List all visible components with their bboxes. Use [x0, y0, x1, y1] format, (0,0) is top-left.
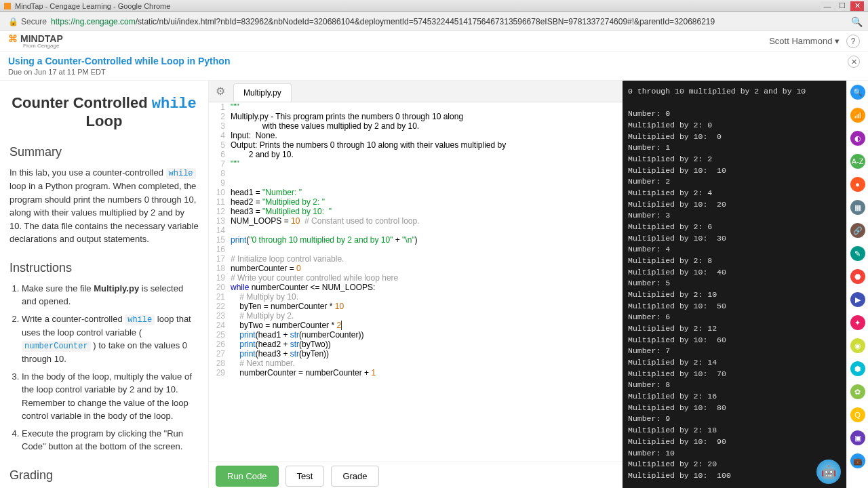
line-number: 23: [209, 311, 231, 321]
code-line[interactable]: 20while numberCounter <= NUM_LOOPS:: [209, 283, 623, 292]
line-number: 5: [209, 140, 231, 150]
line-number: 22: [209, 302, 231, 311]
line-number: 27: [209, 349, 231, 359]
line-number: 15: [209, 235, 231, 245]
line-number: 16: [209, 245, 231, 254]
url-bar: 🔒 Secure https://ng.cengage.com/static/n…: [0, 12, 868, 31]
code-line[interactable]: 26 print(head2 + str(byTwo)): [209, 340, 623, 349]
code-line[interactable]: 28 # Next number.: [209, 359, 623, 368]
code-line[interactable]: 9: [209, 178, 623, 188]
line-number: 8: [209, 169, 231, 178]
code-line[interactable]: 5Output: Prints the numbers 0 through 10…: [209, 140, 623, 150]
code-line[interactable]: 12head3 = "Multiplied by 10: ": [209, 207, 623, 216]
lesson-title: Using a Counter-Controlled while Loop in…: [8, 56, 860, 66]
lesson-header: Using a Counter-Controlled while Loop in…: [0, 52, 868, 81]
user-menu[interactable]: Scott Hammond ▾: [769, 36, 840, 46]
line-number: 3: [209, 121, 231, 131]
instructions-panel: Counter Controlled while Loop Summary In…: [0, 81, 209, 488]
due-date: Due on Jun 17 at 11 PM EDT: [8, 68, 860, 76]
code-line[interactable]: 19# Write your counter controlled while …: [209, 273, 623, 283]
test-button[interactable]: Test: [285, 466, 325, 487]
brand-subtitle: From Cengage: [23, 43, 63, 49]
code-line[interactable]: 29 numberCounter = numberCounter + 1: [209, 368, 623, 378]
url-text[interactable]: https://ng.cengage.com/static/nb/ui/inde…: [51, 17, 851, 26]
line-number: 6: [209, 150, 231, 159]
code-line[interactable]: 16: [209, 245, 623, 254]
code-line[interactable]: 18numberCounter = 0: [209, 264, 623, 273]
help-button[interactable]: ?: [846, 35, 860, 48]
line-number: 11: [209, 197, 231, 207]
file-tab[interactable]: Multiply.py: [233, 83, 292, 102]
window-minimize-button[interactable]: —: [821, 1, 834, 11]
rail-icon[interactable]: 🔍: [850, 85, 865, 100]
code-line[interactable]: 2Multiply.py - This program prints the n…: [209, 112, 623, 121]
code-line[interactable]: 3 with these values multiplied by 2 and …: [209, 121, 623, 131]
instructions-heading: Instructions: [9, 261, 199, 275]
line-number: 7: [209, 159, 231, 169]
code-line[interactable]: 22 byTen = numberCounter * 10: [209, 302, 623, 311]
rail-icon[interactable]: ✦: [850, 315, 865, 330]
rail-icon[interactable]: ▣: [850, 430, 865, 445]
rail-icon[interactable]: ◐: [850, 131, 865, 146]
summary-heading: Summary: [9, 145, 199, 159]
code-line[interactable]: 17# Initialize loop control variable.: [209, 254, 623, 264]
gear-icon[interactable]: ⚙: [216, 85, 225, 98]
line-number: 25: [209, 330, 231, 340]
code-editor[interactable]: 1"""2Multiply.py - This program prints t…: [209, 102, 623, 462]
grade-button[interactable]: Grade: [331, 466, 378, 487]
code-line[interactable]: 23 # Multiply by 2.: [209, 311, 623, 321]
line-number: 4: [209, 131, 231, 140]
line-number: 10: [209, 188, 231, 197]
rail-icon[interactable]: ▶: [850, 292, 865, 307]
rail-icon[interactable]: Q: [850, 407, 865, 422]
code-line[interactable]: 6 2 and by 10.: [209, 150, 623, 159]
list-item: In the body of the loop, multiply the va…: [22, 370, 199, 423]
summary-text: In this lab, you use a counter-controlle…: [9, 166, 199, 246]
line-number: 26: [209, 340, 231, 349]
code-line[interactable]: 8: [209, 169, 623, 178]
rail-icon[interactable]: A-Z: [850, 154, 865, 169]
line-number: 12: [209, 207, 231, 216]
code-line[interactable]: 15print("0 through 10 multiplied by 2 an…: [209, 235, 623, 245]
rail-icon[interactable]: ✿: [850, 384, 865, 399]
rail-icon[interactable]: ⬢: [850, 361, 865, 376]
rail-icon[interactable]: ✎: [850, 246, 865, 261]
window-close-button[interactable]: ✕: [850, 1, 864, 11]
run-code-button[interactable]: Run Code: [216, 466, 279, 487]
code-line[interactable]: 13NUM_LOOPS = 10 # Constant used to cont…: [209, 216, 623, 226]
code-line[interactable]: 10head1 = "Number: ": [209, 188, 623, 197]
rail-icon[interactable]: 🔗: [850, 223, 865, 238]
window-maximize-button[interactable]: ☐: [835, 1, 849, 11]
rail-icon[interactable]: ◉: [850, 338, 865, 353]
rail-icon[interactable]: ▦: [850, 200, 865, 215]
code-line[interactable]: 4Input: None.: [209, 131, 623, 140]
page-title: Counter Controlled while Loop: [9, 94, 199, 130]
rail-icon[interactable]: 💼: [850, 453, 865, 468]
close-lesson-button[interactable]: ✕: [848, 56, 860, 68]
line-number: 18: [209, 264, 231, 273]
code-line[interactable]: 21 # Multiply by 10.: [209, 292, 623, 302]
line-number: 9: [209, 178, 231, 188]
code-line[interactable]: 11head2 = "Multiplied by 2: ": [209, 197, 623, 207]
chrome-titlebar: MindTap - Cengage Learning - Google Chro…: [0, 0, 868, 12]
code-line[interactable]: 14: [209, 226, 623, 235]
rail-icon[interactable]: ●: [850, 177, 865, 192]
code-line[interactable]: 7""": [209, 159, 623, 169]
chat-help-button[interactable]: 🤖: [816, 460, 841, 484]
output-terminal[interactable]: 0 through 10 multiplied by 2 and by 10 N…: [623, 81, 846, 488]
grading-heading: Grading: [9, 468, 199, 483]
secure-label: Secure: [21, 17, 47, 26]
line-number: 28: [209, 359, 231, 368]
list-item: Execute the program by clicking the "Run…: [22, 427, 199, 453]
line-number: 14: [209, 226, 231, 235]
list-item: Make sure the file Multiply.py is select…: [22, 282, 199, 308]
rail-icon[interactable]: 📶: [850, 108, 865, 123]
code-line[interactable]: 25 print(head1 + str(numberCounter)): [209, 330, 623, 340]
code-line[interactable]: 27 print(head3 + str(byTen)): [209, 349, 623, 359]
lock-icon: 🔒: [8, 17, 18, 26]
rail-icon[interactable]: ⬣: [850, 269, 865, 284]
search-icon[interactable]: 🔍: [851, 16, 863, 27]
code-line[interactable]: 24 byTwo = numberCounter * 2: [209, 321, 623, 330]
code-line[interactable]: 1""": [209, 102, 623, 112]
line-number: 20: [209, 283, 231, 292]
